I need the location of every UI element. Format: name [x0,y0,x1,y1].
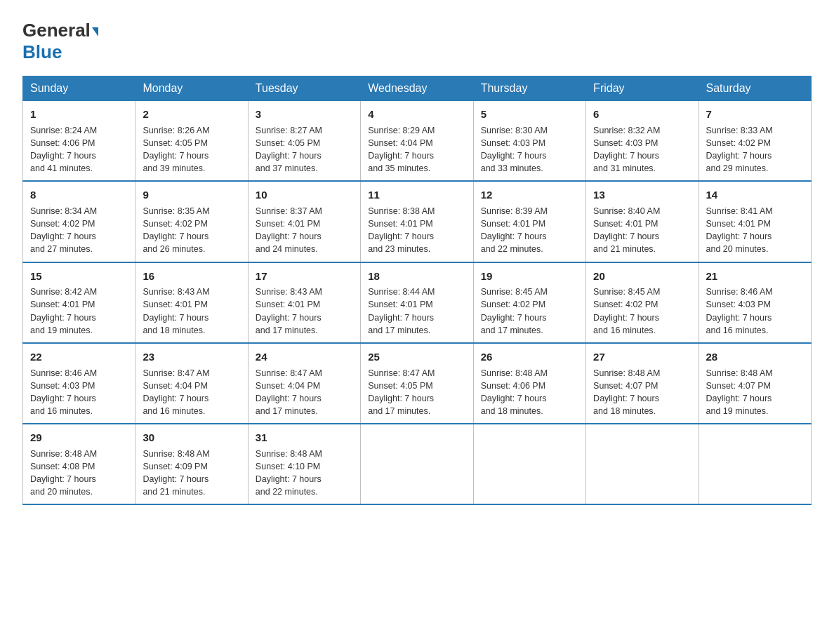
day-daylight-line1: Daylight: 7 hours [706,311,804,324]
calendar-cell [586,424,699,504]
day-daylight-line1: Daylight: 7 hours [30,230,128,243]
day-daylight-line1: Daylight: 7 hours [593,230,691,243]
day-daylight-line2: and 17 minutes. [481,324,578,337]
day-daylight-line2: and 26 minutes. [143,243,240,255]
day-daylight-line2: and 24 minutes. [256,243,353,255]
day-sunrise: Sunrise: 8:48 AM [30,448,128,460]
day-number: 23 [143,349,240,365]
day-sunset: Sunset: 4:01 PM [143,298,240,311]
day-sunset: Sunset: 4:04 PM [256,380,353,392]
calendar-cell: 1 Sunrise: 8:24 AM Sunset: 4:06 PM Dayli… [23,101,135,182]
day-daylight-line2: and 41 minutes. [30,162,128,175]
day-daylight-line2: and 20 minutes. [706,243,804,255]
day-daylight-line1: Daylight: 7 hours [706,230,804,243]
day-sunset: Sunset: 4:02 PM [481,298,578,311]
day-daylight-line1: Daylight: 7 hours [143,311,240,324]
day-daylight-line1: Daylight: 7 hours [143,230,240,243]
day-daylight-line1: Daylight: 7 hours [706,392,804,405]
day-sunset: Sunset: 4:06 PM [30,137,128,149]
calendar-cell: 20 Sunrise: 8:45 AM Sunset: 4:02 PM Dayl… [586,262,699,343]
day-sunrise: Sunrise: 8:27 AM [256,124,353,137]
day-daylight-line1: Daylight: 7 hours [256,230,353,243]
day-daylight-line2: and 23 minutes. [368,243,465,255]
day-sunset: Sunset: 4:01 PM [256,298,353,311]
calendar-cell: 23 Sunrise: 8:47 AM Sunset: 4:04 PM Dayl… [135,343,248,424]
day-sunset: Sunset: 4:03 PM [30,380,128,392]
day-number: 28 [706,349,804,365]
day-number: 1 [30,107,128,122]
weekday-header-wednesday: Wednesday [361,76,473,101]
day-sunrise: Sunrise: 8:48 AM [706,367,804,380]
day-number: 31 [256,430,353,445]
calendar-cell: 6 Sunrise: 8:32 AM Sunset: 4:03 PM Dayli… [586,101,699,182]
day-sunset: Sunset: 4:01 PM [481,217,578,230]
calendar-cell: 11 Sunrise: 8:38 AM Sunset: 4:01 PM Dayl… [361,181,473,262]
calendar-cell: 10 Sunrise: 8:37 AM Sunset: 4:01 PM Dayl… [248,181,360,262]
day-daylight-line1: Daylight: 7 hours [481,230,578,243]
weekday-header-thursday: Thursday [473,76,585,101]
day-sunset: Sunset: 4:01 PM [30,298,128,311]
day-daylight-line2: and 31 minutes. [593,162,691,175]
day-sunset: Sunset: 4:01 PM [368,217,465,230]
day-sunset: Sunset: 4:04 PM [368,137,465,149]
day-number: 3 [256,107,353,122]
calendar-cell: 15 Sunrise: 8:42 AM Sunset: 4:01 PM Dayl… [23,262,135,343]
day-number: 9 [143,187,240,203]
day-number: 24 [256,349,353,365]
day-sunrise: Sunrise: 8:38 AM [368,205,465,217]
day-daylight-line1: Daylight: 7 hours [143,392,240,405]
day-number: 10 [256,187,353,203]
day-sunrise: Sunrise: 8:32 AM [593,124,691,137]
day-sunset: Sunset: 4:07 PM [706,380,804,392]
day-sunset: Sunset: 4:03 PM [593,137,691,149]
week-row-3: 15 Sunrise: 8:42 AM Sunset: 4:01 PM Dayl… [23,262,812,343]
day-sunset: Sunset: 4:05 PM [368,380,465,392]
day-sunset: Sunset: 4:04 PM [143,380,240,392]
day-daylight-line2: and 19 minutes. [706,405,804,417]
day-number: 12 [481,187,578,203]
day-daylight-line1: Daylight: 7 hours [30,473,128,485]
weekday-header-friday: Friday [586,76,699,101]
day-daylight-line2: and 17 minutes. [368,405,465,417]
calendar-cell: 27 Sunrise: 8:48 AM Sunset: 4:07 PM Dayl… [586,343,699,424]
calendar-cell: 26 Sunrise: 8:48 AM Sunset: 4:06 PM Dayl… [473,343,585,424]
day-daylight-line1: Daylight: 7 hours [256,311,353,324]
day-number: 22 [30,349,128,365]
day-number: 17 [256,269,353,284]
day-daylight-line1: Daylight: 7 hours [368,311,465,324]
calendar-cell [473,424,585,504]
day-number: 6 [593,107,691,122]
day-sunrise: Sunrise: 8:42 AM [30,286,128,298]
day-number: 14 [706,187,804,203]
day-number: 16 [143,269,240,284]
day-daylight-line1: Daylight: 7 hours [593,311,691,324]
day-sunrise: Sunrise: 8:48 AM [593,367,691,380]
calendar-cell: 29 Sunrise: 8:48 AM Sunset: 4:08 PM Dayl… [23,424,135,504]
day-sunrise: Sunrise: 8:41 AM [706,205,804,217]
week-row-1: 1 Sunrise: 8:24 AM Sunset: 4:06 PM Dayli… [23,101,812,182]
weekday-header-tuesday: Tuesday [248,76,360,101]
day-daylight-line2: and 16 minutes. [593,324,691,337]
day-daylight-line2: and 39 minutes. [143,162,240,175]
day-daylight-line1: Daylight: 7 hours [256,149,353,162]
day-sunrise: Sunrise: 8:35 AM [143,205,240,217]
day-sunrise: Sunrise: 8:39 AM [481,205,578,217]
day-sunrise: Sunrise: 8:43 AM [143,286,240,298]
day-sunset: Sunset: 4:02 PM [706,137,804,149]
logo-blue: Blue [22,41,62,62]
day-daylight-line1: Daylight: 7 hours [368,392,465,405]
day-sunset: Sunset: 4:01 PM [593,217,691,230]
day-daylight-line2: and 21 minutes. [143,485,240,498]
calendar-cell: 13 Sunrise: 8:40 AM Sunset: 4:01 PM Dayl… [586,181,699,262]
day-sunset: Sunset: 4:05 PM [256,137,353,149]
calendar-cell: 3 Sunrise: 8:27 AM Sunset: 4:05 PM Dayli… [248,101,360,182]
day-sunset: Sunset: 4:01 PM [706,217,804,230]
page-header: General Blue [22,17,812,63]
day-daylight-line1: Daylight: 7 hours [593,149,691,162]
calendar-cell: 9 Sunrise: 8:35 AM Sunset: 4:02 PM Dayli… [135,181,248,262]
logo: General Blue [22,20,98,63]
day-number: 2 [143,107,240,122]
day-sunrise: Sunrise: 8:45 AM [593,286,691,298]
day-number: 21 [706,269,804,284]
day-sunset: Sunset: 4:01 PM [256,217,353,230]
